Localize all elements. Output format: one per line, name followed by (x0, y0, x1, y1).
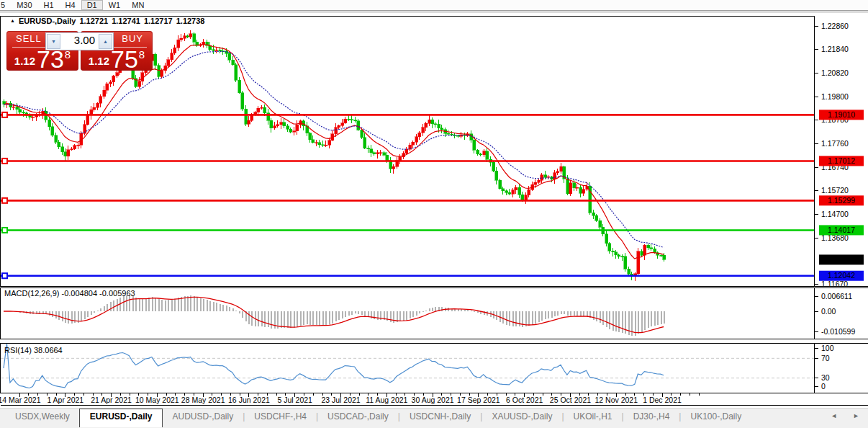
level-line-handle[interactable] (2, 273, 7, 278)
level-price-badge-text: 1.12042 (828, 271, 855, 280)
chart-tab-usdcnh-[interactable]: USDCNH-,Daily (400, 409, 480, 426)
current-price-badge-text: 1.12738 (828, 255, 855, 264)
chart-symbol-title: EURUSD-,Daily (19, 17, 76, 25)
volume-increase-button[interactable]: ▲ (99, 34, 112, 49)
timeframe-button-h1[interactable]: H1 (38, 0, 60, 10)
bid-price-prefix: 1.12 (14, 55, 35, 67)
chart-tab-usdchf-[interactable]: USDCHF-,H4 (245, 409, 316, 426)
indicator-tick-label: 70 (821, 354, 830, 362)
chart-tab-eurusd-[interactable]: EURUSD-,Daily (79, 409, 163, 427)
chart-tab-usdcad-[interactable]: USDCAD-,Daily (318, 409, 398, 426)
chart-title-row: ▲ EURUSD-,Daily 1.12721 1.12741 1.12717 … (10, 17, 204, 25)
time-tick-label: 28 May 2021 (181, 396, 225, 404)
indicator-tick-label: -0.010599 (821, 327, 855, 336)
timeframe-button-w1[interactable]: W1 (103, 0, 127, 10)
rsi-name: RSI(14) (4, 346, 32, 355)
timeframe-button-h4[interactable]: H4 (60, 0, 81, 10)
indicator-tick-label: 0.00 (821, 307, 836, 316)
tab-scroll-right-icon[interactable]: ► (853, 412, 859, 419)
toolbar-divider (0, 10, 868, 13)
tab-scroll-arrows: ◄ ► (831, 412, 859, 419)
time-tick-label: 25 Oct 2021 (550, 396, 591, 404)
macd-main-value: -0.004804 (61, 289, 97, 298)
level-price-badge-text: 1.15299 (828, 196, 855, 205)
time-tick-label: 10 May 2021 (135, 396, 179, 404)
time-tick-label: 1 Dec 2021 (643, 396, 682, 404)
ask-price-prefix: 1.12 (89, 55, 109, 67)
macd-signal-value: -0.005963 (99, 289, 135, 298)
time-tick-label: 30 Aug 2021 (412, 396, 454, 404)
time-tick-label: 14 Mar 2021 (0, 396, 41, 404)
volume-decrease-button[interactable]: ▼ (47, 34, 60, 49)
ask-price-point: 8 (139, 48, 145, 61)
price-tick-label: 1.15720 (821, 186, 849, 195)
level-price-badge-text: 1.19010 (828, 110, 855, 119)
time-tick-label: 5 Jul 2021 (278, 396, 313, 404)
timeframe-toolbar: 5M30H1H4D1W1MN (0, 0, 868, 10)
time-tick-label: 16 Jun 2021 (228, 396, 270, 404)
time-tick-label: 23 Jul 2021 (321, 396, 360, 404)
chart-tab-uk100-[interactable]: UK100-,Daily (681, 409, 751, 426)
collapse-panel-icon[interactable]: ▲ (10, 18, 15, 23)
chart-tab-dj30-[interactable]: DJ30-,H4 (624, 409, 679, 426)
macd-name: MACD(12,26,9) (4, 289, 59, 298)
timeframe-button-mn[interactable]: MN (126, 0, 150, 10)
sell-button[interactable]: SELL (16, 33, 42, 44)
ohlc-high: 1.12741 (112, 17, 140, 25)
price-tick-label: 1.14700 (821, 210, 849, 218)
price-tick-label: 1.21840 (821, 45, 849, 53)
level-line-handle[interactable] (2, 159, 7, 164)
price-tick-label: 1.20820 (821, 68, 849, 77)
level-line-handle[interactable] (2, 112, 7, 117)
level-line-handle[interactable] (2, 198, 7, 203)
time-tick-label: 12 Nov 2021 (595, 396, 638, 404)
timeframe-button-d1[interactable]: D1 (81, 0, 103, 10)
price-tick-label: 1.19800 (821, 92, 849, 101)
chart-tab-bar: USDX,WeeklyEURUSD-,DailyAUDUSD-,Daily|US… (0, 408, 868, 428)
level-price-badge-text: 1.17012 (828, 156, 855, 165)
tab-scroll-left-icon[interactable]: ◄ (831, 412, 837, 419)
bid-price-pips: 73 (37, 48, 64, 71)
time-tick-label: 21 Apr 2021 (91, 396, 132, 404)
ohlc-open: 1.12721 (79, 17, 108, 25)
timeframe-button-m30[interactable]: M30 (11, 0, 37, 10)
level-price-badge-text: 1.14017 (828, 226, 855, 234)
volume-spinner: ▼ 3.00 ▲ (45, 32, 114, 50)
rsi-indicator-label: RSI(14) 38.0664 (4, 346, 63, 355)
price-tick-label: 1.22860 (821, 22, 849, 30)
time-tick-label: 1 Apr 2021 (47, 396, 83, 404)
one-click-trading-panel: SELL 1.12 73 8 BUY 1.12 75 8 ▼ 3.00 ▲ (6, 31, 153, 71)
indicator-tick-label: 0.006611 (821, 292, 852, 300)
macd-indicator-label: MACD(12,26,9) -0.004804 -0.005963 (4, 289, 135, 298)
ask-price-pips: 75 (111, 48, 138, 71)
indicator-tick-label: 30 (821, 373, 830, 382)
chart-tab-audusd-[interactable]: AUDUSD-,Daily (163, 409, 243, 426)
rsi-value: 38.0664 (34, 346, 63, 355)
timeframe-button-5[interactable]: 5 (0, 0, 11, 10)
time-tick-label: 11 Aug 2021 (366, 396, 407, 404)
ohlc-close: 1.12738 (176, 17, 205, 25)
chart-tab-ukoil-[interactable]: UKOil-,H1 (564, 409, 622, 426)
buy-button[interactable]: BUY (122, 33, 143, 44)
chart-tab-usdx[interactable]: USDX,Weekly (6, 409, 79, 426)
price-tick-label: 1.11670 (821, 280, 848, 288)
chart-tab-xauusd-[interactable]: XAUUSD-,Daily (482, 409, 561, 426)
indicator-tick-label: 0 (821, 382, 826, 391)
price-tick-label: 1.17760 (821, 139, 849, 148)
ohlc-low: 1.12717 (144, 17, 173, 25)
indicator-tick-label: 100 (821, 344, 834, 352)
time-tick-label: 6 Oct 2021 (506, 396, 543, 404)
volume-value[interactable]: 3.00 (61, 33, 98, 50)
level-line-handle[interactable] (2, 228, 7, 233)
time-tick-label: 17 Sep 2021 (457, 396, 500, 404)
